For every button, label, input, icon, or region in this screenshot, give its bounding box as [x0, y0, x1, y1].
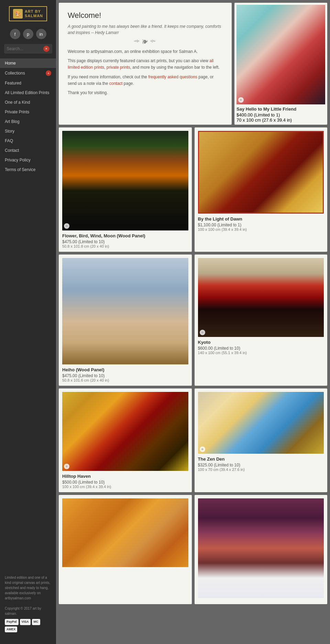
sidebar: 🎨 art by salman f p in ✕ Home Collection… [0, 0, 56, 644]
say-hello-badge: ❄ [238, 97, 244, 103]
by-light-dimensions: 100 x 100 cm (39.4 x 39.4 in) [198, 227, 324, 231]
bottom-right-image-wrap [198, 498, 324, 598]
kyoto-price: $600.00 (Limited to 10) [198, 346, 324, 351]
welcome-title: Welcome! [68, 11, 223, 20]
logo[interactable]: 🎨 art by salman [9, 6, 47, 21]
zen-den-image-wrap: ❄ [198, 392, 324, 454]
nav-item-art-blog[interactable]: Art Blog [0, 117, 56, 126]
facebook-button[interactable]: f [10, 29, 20, 39]
nav-menu: Home Collections + Featured All Limited … [0, 58, 56, 174]
logo-icon: 🎨 [13, 9, 23, 19]
zen-den-dimensions: 100 x 70 cm (39.4 x 27.6 in) [198, 467, 324, 472]
logo-area[interactable]: 🎨 art by salman [0, 0, 56, 25]
heiho-image-wrap [62, 258, 188, 364]
artwork-bottom-right[interactable] [195, 495, 328, 604]
hilltop-dimensions: 100 x 100 cm (39.4 x 39.4 in) [62, 485, 188, 489]
welcome-para2: This page displays currently featured ca… [68, 58, 223, 71]
search-input[interactable] [7, 46, 43, 51]
nav-item-one-of-a-kind[interactable]: One of a Kind [0, 98, 56, 107]
collections-badge: + [46, 70, 51, 76]
by-light-title: By the Light of Dawn [198, 216, 324, 222]
hilltop-price: $500.00 (Limited to 10) [62, 480, 188, 485]
by-light-price: $1,100.00 (Limited to 1) [198, 223, 324, 227]
welcome-para1: Welcome to artbysalman.com, an online ex… [68, 48, 223, 55]
by-light-image [199, 132, 323, 213]
artwork-kyoto[interactable]: ❄ Kyoto $600.00 (Limited to 10) 140 x 10… [195, 255, 328, 386]
search-area: ✕ [4, 44, 52, 54]
zen-den-badge: ❄ [200, 447, 205, 452]
heiho-image [62, 258, 188, 364]
hilltop-badge: ❄ [64, 464, 69, 469]
hilltop-image-wrap: ❄ [62, 392, 188, 471]
zen-den-price: $325.00 (Limited to 10) [198, 463, 324, 467]
instagram-button[interactable]: in [36, 29, 46, 39]
main-content: Welcome! A good painting to me has alway… [56, 0, 330, 644]
by-light-image-wrap [198, 131, 324, 214]
pinterest-button[interactable]: p [23, 29, 33, 39]
artwork-by-light[interactable]: By the Light of Dawn $1,100.00 (Limited … [195, 127, 328, 252]
logo-text: art by salman [25, 9, 43, 18]
artwork-hilltop[interactable]: ❄ Hilltop Haven $500.00 (Limited to 10) … [59, 388, 192, 492]
kyoto-badge: ❄ [200, 330, 205, 335]
flower-bird-price: $475.00 (Limited to 10) [62, 239, 188, 244]
welcome-tagline: A good painting to me has always been li… [68, 23, 223, 36]
amex-icon: AMEX [5, 626, 17, 633]
mastercard-icon: MC [32, 619, 40, 625]
nav-item-contact[interactable]: Contact [0, 146, 56, 155]
nav-item-private-prints[interactable]: Private Prints [0, 107, 56, 117]
row2: ❄ Flower, Bird, Wind, Moon (Wood Panel) … [59, 127, 327, 252]
nav-item-featured[interactable]: Featured [0, 78, 56, 88]
search-button[interactable]: ✕ [43, 46, 50, 52]
artwork-bottom-left[interactable] [59, 495, 192, 604]
artwork-flower-bird[interactable]: ❄ Flower, Bird, Wind, Moon (Wood Panel) … [59, 127, 192, 252]
nav-item-story[interactable]: Story [0, 126, 56, 136]
hilltop-title: Hilltop Haven [62, 474, 188, 479]
top-row: Welcome! A good painting to me has alway… [59, 3, 327, 125]
bottom-left-image-wrap [62, 498, 188, 567]
say-hello-title: Say Hello to My Little Friend [236, 106, 325, 112]
nav-item-collections[interactable]: Collections + [0, 68, 56, 78]
footer-text: Limited edition and one of a kind origin… [5, 575, 51, 601]
nav-item-faq[interactable]: FAQ [0, 136, 56, 146]
say-hello-dimensions: 70 x 100 cm (27.6 x 39.4 in) [236, 117, 325, 123]
hilltop-image: ❄ [62, 392, 188, 471]
row4: ❄ Hilltop Haven $500.00 (Limited to 10) … [59, 388, 327, 492]
faq-link[interactable]: frequently asked questions [148, 75, 197, 79]
kyoto-dimensions: 140 x 100 cm (55.1 x 39.4 in) [198, 351, 324, 355]
heiho-dimensions: 50.8 x 101.6 cm (20 x 40 in) [62, 378, 188, 382]
kyoto-image: ❄ [198, 258, 324, 337]
all-limited-link[interactable]: all limited edition prints [68, 58, 213, 70]
nav-item-all-limited[interactable]: All Limited Edition Prints [0, 88, 56, 98]
nav-item-tos[interactable]: Terms of Service [0, 165, 56, 174]
zen-den-image: ❄ [198, 392, 324, 454]
nav-item-privacy[interactable]: Privacy Policy [0, 155, 56, 165]
private-prints-link[interactable]: private prints [107, 65, 130, 70]
paypal-icon: PayPal [5, 619, 19, 625]
heiho-title: Heiho (Wood Panel) [62, 367, 188, 372]
artwork-say-hello[interactable]: ❄ Say Hello to My Little Friend $400.00 … [234, 3, 327, 125]
artwork-zen-den[interactable]: ❄ The Zen Den $325.00 (Limited to 10) 10… [195, 388, 328, 492]
row3: Heiho (Wood Panel) $475.00 (Limited to 1… [59, 255, 327, 386]
flower-bird-badge: ❄ [64, 223, 69, 229]
bottom-left-image [62, 498, 188, 567]
flower-bird-image-wrap: ❄ [62, 131, 188, 230]
zen-den-title: The Zen Den [198, 456, 324, 462]
say-hello-image: ❄ [236, 5, 325, 104]
row5 [59, 495, 327, 604]
artwork-heiho[interactable]: Heiho (Wood Panel) $475.00 (Limited to 1… [59, 255, 192, 386]
bottom-right-image [198, 498, 324, 598]
contact-link[interactable]: contact [109, 81, 123, 86]
heiho-price: $475.00 (Limited to 10) [62, 373, 188, 378]
nav-item-home[interactable]: Home [0, 58, 56, 68]
visa-icon: VISA [20, 619, 31, 625]
welcome-para3: If you need more information, check out … [68, 74, 223, 87]
flower-bird-dimensions: 50.8 x 101.8 cm (20 x 40 in) [62, 244, 188, 248]
flower-bird-image: ❄ [62, 131, 188, 230]
payment-icons: PayPal VISA MC AMEX [5, 619, 51, 632]
flower-bird-title: Flower, Bird, Wind, Moon (Wood Panel) [62, 233, 188, 238]
welcome-block: Welcome! A good painting to me has alway… [59, 3, 232, 125]
kyoto-title: Kyoto [198, 340, 324, 345]
social-icons: f p in [10, 29, 46, 39]
kyoto-image-wrap: ❄ [198, 258, 324, 337]
copyright-text: Copyright © 2017 art by salman. [5, 606, 51, 616]
